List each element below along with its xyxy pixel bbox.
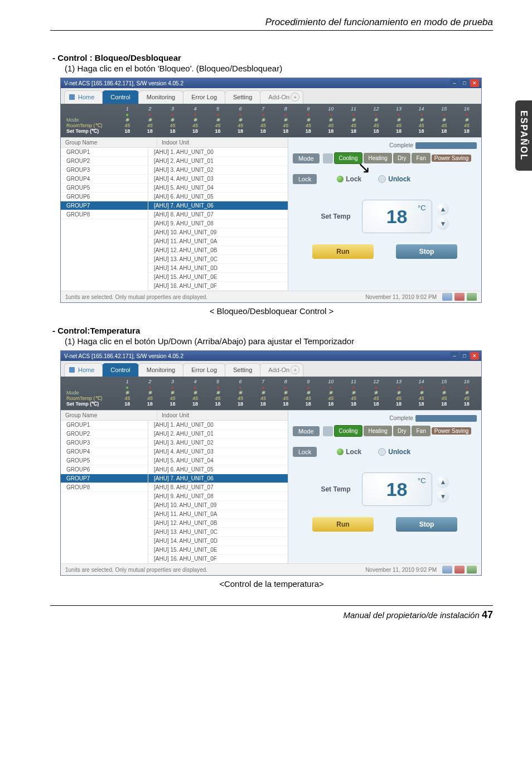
unit-item[interactable]: [AHU] 10. AHU_UNIT_09 bbox=[148, 228, 288, 237]
group-item[interactable]: GROUP6 bbox=[61, 192, 148, 201]
unit-item[interactable]: [AHU] 3. AHU_UNIT_02 bbox=[148, 438, 288, 447]
footer-icon-3[interactable] bbox=[467, 566, 477, 573]
tab-monitoring[interactable]: Monitoring bbox=[138, 90, 183, 104]
unit-item[interactable]: [AHU] 9. AHU_UNIT_08 bbox=[148, 492, 288, 501]
unit-item[interactable]: [AHU] 12. AHU_UNIT_0B bbox=[148, 246, 288, 255]
group-item[interactable]: GROUP2 bbox=[61, 157, 148, 166]
group-item[interactable]: GROUP7 bbox=[61, 474, 148, 483]
unit-item[interactable]: [AHU] 16. AHU_UNIT_0F bbox=[148, 282, 288, 291]
temp-down-button[interactable]: ▼ bbox=[437, 218, 449, 230]
footer-icon-1[interactable] bbox=[442, 566, 452, 573]
unit-item[interactable]: [AHU] 7. AHU_UNIT_06 bbox=[148, 474, 288, 483]
maximize-icon[interactable]: □ bbox=[460, 79, 469, 87]
unit-item[interactable]: [AHU] 13. AHU_UNIT_0C bbox=[148, 528, 288, 537]
minimize-icon[interactable]: – bbox=[450, 79, 459, 87]
run-button[interactable]: Run bbox=[312, 244, 374, 259]
stop-button[interactable]: Stop bbox=[396, 517, 457, 532]
unit-item[interactable]: [AHU] 10. AHU_UNIT_09 bbox=[148, 501, 288, 510]
group-list[interactable]: GROUP1GROUP2GROUP3GROUP4GROUP5GROUP6GROU… bbox=[61, 421, 148, 563]
group-item[interactable]: GROUP4 bbox=[61, 175, 148, 184]
tab-errorlog[interactable]: Error Log bbox=[183, 90, 225, 104]
group-item[interactable]: GROUP8 bbox=[61, 210, 148, 219]
mode-powersaving-button[interactable]: Power Saving bbox=[432, 155, 472, 162]
maximize-icon[interactable]: □ bbox=[460, 352, 469, 360]
unit-item[interactable]: [AHU] 16. AHU_UNIT_0F bbox=[148, 555, 288, 563]
unit-list[interactable]: [AHU] 1. AHU_UNIT_00[AHU] 2. AHU_UNIT_01… bbox=[148, 148, 288, 291]
footer-icon-2[interactable] bbox=[454, 293, 465, 301]
group-item[interactable]: GROUP7 bbox=[61, 201, 148, 210]
tab-control[interactable]: Control bbox=[102, 363, 138, 377]
footer-icon-1[interactable] bbox=[442, 293, 452, 301]
unit-item[interactable]: [AHU] 2. AHU_UNIT_01 bbox=[148, 430, 288, 438]
mode-dry-button[interactable]: Dry bbox=[393, 153, 411, 163]
unit-item[interactable]: [AHU] 8. AHU_UNIT_07 bbox=[148, 210, 288, 219]
mode-icon[interactable] bbox=[323, 153, 333, 163]
unit-item[interactable]: [AHU] 14. AHU_UNIT_0D bbox=[148, 537, 288, 546]
tab-home[interactable]: Home bbox=[64, 363, 103, 377]
unit-list[interactable]: [AHU] 1. AHU_UNIT_00[AHU] 2. AHU_UNIT_01… bbox=[148, 421, 288, 563]
lock-radio[interactable]: Lock bbox=[337, 448, 361, 456]
unit-item[interactable]: [AHU] 6. AHU_UNIT_05 bbox=[148, 192, 288, 201]
group-list[interactable]: GROUP1GROUP2GROUP3GROUP4GROUP5GROUP6GROU… bbox=[61, 148, 148, 291]
temp-down-button[interactable]: ▼ bbox=[437, 490, 449, 503]
mode-fan-button[interactable]: Fan bbox=[412, 426, 430, 436]
tab-control[interactable]: Control bbox=[102, 90, 138, 104]
unlock-radio[interactable]: Unlock bbox=[378, 175, 410, 183]
unit-item[interactable]: [AHU] 11. AHU_UNIT_0A bbox=[148, 237, 288, 246]
settemp-value: 18 bbox=[386, 206, 408, 228]
footer-icon-2[interactable] bbox=[454, 566, 465, 573]
group-item[interactable]: GROUP4 bbox=[61, 447, 148, 456]
group-item[interactable]: GROUP2 bbox=[61, 430, 148, 438]
footer-icon-3[interactable] bbox=[467, 293, 477, 301]
group-item[interactable]: GROUP5 bbox=[61, 456, 148, 465]
tab-addon[interactable]: Add-On bbox=[260, 90, 303, 104]
tab-addon[interactable]: Add-On bbox=[260, 363, 303, 377]
unit-item[interactable]: [AHU] 5. AHU_UNIT_04 bbox=[148, 456, 288, 465]
close-icon[interactable]: ✕ bbox=[470, 352, 479, 360]
unit-item[interactable]: [AHU] 1. AHU_UNIT_00 bbox=[148, 148, 288, 157]
temp-up-button[interactable]: ▲ bbox=[437, 476, 449, 488]
temp-up-button[interactable]: ▲ bbox=[437, 203, 449, 215]
unit-item[interactable]: [AHU] 11. AHU_UNIT_0A bbox=[148, 510, 288, 519]
group-item[interactable]: GROUP8 bbox=[61, 483, 148, 492]
group-item[interactable]: GROUP3 bbox=[61, 166, 148, 175]
unit-item[interactable]: [AHU] 4. AHU_UNIT_03 bbox=[148, 175, 288, 184]
unit-item[interactable]: [AHU] 2. AHU_UNIT_01 bbox=[148, 157, 288, 166]
unit-item[interactable]: [AHU] 15. AHU_UNIT_0E bbox=[148, 546, 288, 555]
minimize-icon[interactable]: – bbox=[450, 352, 459, 360]
mode-heating-button[interactable]: Heating bbox=[364, 426, 391, 436]
tab-errorlog[interactable]: Error Log bbox=[183, 363, 225, 377]
unit-item[interactable]: [AHU] 6. AHU_UNIT_05 bbox=[148, 465, 288, 474]
group-item[interactable]: GROUP1 bbox=[61, 421, 148, 430]
unit-item[interactable]: [AHU] 1. AHU_UNIT_00 bbox=[148, 421, 288, 430]
unit-item[interactable]: [AHU] 13. AHU_UNIT_0C bbox=[148, 255, 288, 264]
group-item[interactable]: GROUP5 bbox=[61, 184, 148, 192]
run-button[interactable]: Run bbox=[312, 517, 374, 532]
unit-item[interactable]: [AHU] 8. AHU_UNIT_07 bbox=[148, 483, 288, 492]
stop-button[interactable]: Stop bbox=[396, 244, 457, 259]
unit-item[interactable]: [AHU] 4. AHU_UNIT_03 bbox=[148, 447, 288, 456]
unit-item[interactable]: [AHU] 5. AHU_UNIT_04 bbox=[148, 184, 288, 192]
tab-monitoring[interactable]: Monitoring bbox=[138, 363, 183, 377]
mode-powersaving-button[interactable]: Power Saving bbox=[432, 427, 472, 435]
mode-icon[interactable] bbox=[323, 426, 333, 436]
close-icon[interactable]: ✕ bbox=[470, 79, 479, 87]
lock-row: Lock Lock Unlock bbox=[293, 447, 477, 457]
unit-item[interactable]: [AHU] 3. AHU_UNIT_02 bbox=[148, 166, 288, 175]
mode-row: Mode Cooling Heating Dry Fan Power Savin… bbox=[293, 152, 477, 164]
tab-setting[interactable]: Setting bbox=[225, 90, 260, 104]
unit-item[interactable]: [AHU] 14. AHU_UNIT_0D bbox=[148, 264, 288, 273]
tab-home[interactable]: Home bbox=[64, 90, 103, 104]
tab-setting[interactable]: Setting bbox=[225, 363, 260, 377]
unlock-radio[interactable]: Unlock bbox=[378, 448, 410, 456]
group-item[interactable]: GROUP6 bbox=[61, 465, 148, 474]
unit-item[interactable]: [AHU] 15. AHU_UNIT_0E bbox=[148, 273, 288, 282]
group-item[interactable]: GROUP1 bbox=[61, 148, 148, 157]
unit-item[interactable]: [AHU] 12. AHU_UNIT_0B bbox=[148, 519, 288, 528]
unit-item[interactable]: [AHU] 9. AHU_UNIT_08 bbox=[148, 219, 288, 228]
group-item[interactable]: GROUP3 bbox=[61, 438, 148, 447]
mode-fan-button[interactable]: Fan bbox=[412, 153, 430, 163]
unit-item[interactable]: [AHU] 7. AHU_UNIT_06 bbox=[148, 201, 288, 210]
mode-dry-button[interactable]: Dry bbox=[393, 426, 411, 436]
mode-cooling-button[interactable]: Cooling bbox=[334, 425, 363, 437]
